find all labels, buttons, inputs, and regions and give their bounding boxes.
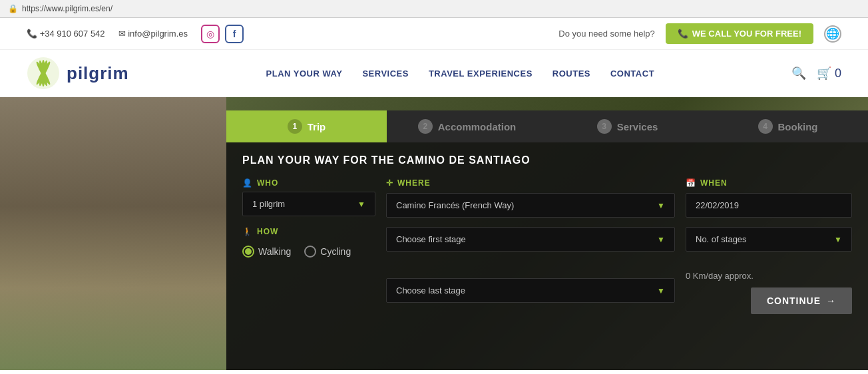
logo[interactable]: pilgrim — [27, 57, 129, 90]
last-stage-group: Choose last stage ▼ — [386, 278, 675, 303]
nav-travel[interactable]: TRAVEL EXPERIENCES — [429, 69, 533, 79]
step-label-trip: Trip — [308, 121, 326, 132]
continue-button[interactable]: CONTINUE → — [751, 287, 852, 314]
widget-content: PLAN YOUR WAY FOR THE CAMINO DE SANTIAGO… — [226, 142, 868, 335]
nav-contact[interactable]: CONTACT — [610, 69, 654, 79]
step-num-4: 4 — [758, 119, 773, 134]
when-group: 📅 WHEN — [686, 178, 852, 218]
step-label-accommodation: Accommodation — [438, 121, 517, 132]
lock-icon: 🔒 — [8, 4, 18, 13]
transport-radio-group: Walking Cycling — [242, 246, 375, 258]
help-text: Do you need some help? — [558, 29, 655, 39]
booking-widget: 1 Trip 2 Accommodation 3 Services 4 Book… — [226, 110, 868, 370]
last-stage-select[interactable]: Choose last stage ▼ — [386, 278, 675, 303]
logo-text: pilgrim — [67, 63, 129, 84]
route-select[interactable]: Camino Francés (French Way) ▼ — [386, 193, 675, 218]
email[interactable]: ✉ info@pilgrim.es — [118, 29, 188, 39]
date-input[interactable] — [686, 193, 852, 218]
arrow-right-icon: → — [826, 295, 836, 306]
nav-services[interactable]: SERVICES — [362, 69, 409, 79]
step-num-2: 2 — [418, 119, 433, 134]
top-bar: 📞 +34 910 607 542 ✉ info@pilgrim.es ◎ f … — [0, 18, 868, 50]
facebook-icon[interactable]: f — [225, 25, 244, 43]
instagram-icon[interactable]: ◎ — [201, 25, 220, 43]
chevron-down-icon: ▼ — [834, 235, 842, 244]
nav-routes[interactable]: ROUTES — [552, 69, 590, 79]
chevron-down-icon: ▼ — [657, 201, 665, 210]
cycling-option[interactable]: Cycling — [304, 246, 351, 258]
step-tab-accommodation[interactable]: 2 Accommodation — [387, 110, 547, 142]
logo-svg — [27, 57, 60, 90]
search-icon[interactable]: 🔍 — [791, 66, 806, 81]
hero-stones — [0, 97, 226, 370]
browser-bar: 🔒 https://www.pilgrim.es/en/ — [0, 0, 868, 18]
contact-info: 📞 +34 910 607 542 ✉ info@pilgrim.es ◎ f — [27, 25, 244, 43]
step-num-3: 3 — [597, 119, 612, 134]
widget-title: PLAN YOUR WAY FOR THE CAMINO DE SANTIAGO — [242, 154, 852, 166]
how-group: 🚶 HOW Walking Cycling — [242, 227, 375, 258]
call-button[interactable]: 📞 WE CALL YOU FOR FREE! — [666, 23, 813, 44]
km-note: 0 Km/day approx. — [686, 271, 852, 281]
where-label: ✛ WHERE — [386, 178, 675, 188]
hero-section: 1 Trip 2 Accommodation 3 Services 4 Book… — [0, 97, 868, 370]
language-icon[interactable]: 🌐 — [824, 25, 841, 43]
browser-url: https://www.pilgrim.es/en/ — [22, 4, 112, 13]
steps-tabs: 1 Trip 2 Accommodation 3 Services 4 Book… — [226, 110, 868, 142]
chevron-down-icon: ▼ — [657, 235, 665, 244]
phone: 📞 +34 910 607 542 — [27, 29, 105, 39]
nav-plan[interactable]: PLAN YOUR WAY — [266, 69, 343, 79]
km-continue-group: 0 Km/day approx. CONTINUE → — [686, 267, 852, 314]
chevron-down-icon: ▼ — [657, 286, 665, 295]
step-tab-trip[interactable]: 1 Trip — [226, 110, 387, 142]
who-select[interactable]: 1 pilgrim ▼ — [242, 192, 375, 216]
cycling-radio[interactable] — [304, 246, 316, 258]
form-row-2: 🚶 HOW Walking Cycling — [242, 227, 852, 258]
nav-icons: 🔍 🛒 0 — [791, 66, 841, 81]
nav-links: PLAN YOUR WAY SERVICES TRAVEL EXPERIENCE… — [266, 69, 655, 79]
person-icon: 👤 — [242, 178, 253, 188]
step-num-1: 1 — [288, 119, 302, 134]
stages-select[interactable]: No. of stages ▼ — [686, 227, 852, 252]
calendar-icon: 📅 — [686, 178, 696, 188]
first-stage-group: Choose first stage ▼ — [386, 227, 675, 258]
step-label-booking: Booking — [778, 121, 818, 132]
step-tab-services[interactable]: 3 Services — [547, 110, 708, 142]
walking-radio[interactable] — [242, 246, 254, 258]
top-bar-right: Do you need some help? 📞 WE CALL YOU FOR… — [558, 23, 841, 44]
social-icons: ◎ f — [201, 25, 244, 43]
main-nav: pilgrim PLAN YOUR WAY SERVICES TRAVEL EX… — [0, 50, 868, 97]
waypoint-icon: ✛ — [386, 178, 393, 188]
step-tab-booking[interactable]: 4 Booking — [708, 110, 868, 142]
form-row-1: 👤 WHO 1 pilgrim ▼ ✛ WHERE Camino — [242, 178, 852, 218]
who-group: 👤 WHO 1 pilgrim ▼ — [242, 178, 375, 218]
how-label: 🚶 HOW — [242, 227, 375, 236]
stages-group: No. of stages ▼ — [686, 227, 852, 258]
form-row-3: Choose last stage ▼ 0 Km/day approx. CON… — [242, 267, 852, 314]
chevron-down-icon: ▼ — [357, 200, 365, 209]
who-label: 👤 WHO — [242, 178, 375, 188]
cart-icon[interactable]: 🛒 0 — [817, 66, 841, 81]
hiker-icon: 🚶 — [242, 227, 253, 236]
walking-option[interactable]: Walking — [242, 246, 291, 258]
when-label: 📅 WHEN — [686, 178, 852, 188]
step-label-services: Services — [617, 121, 658, 132]
first-stage-select[interactable]: Choose first stage ▼ — [386, 227, 675, 252]
where-group: ✛ WHERE Camino Francés (French Way) ▼ — [386, 178, 675, 218]
